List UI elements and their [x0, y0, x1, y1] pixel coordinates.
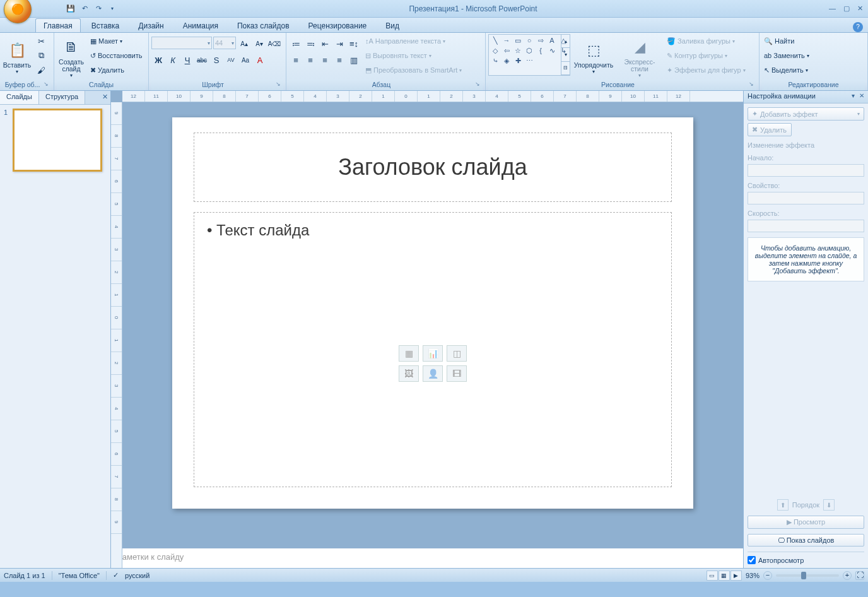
- insert-clipart-icon[interactable]: 👤: [423, 365, 443, 382]
- paste-button[interactable]: 📋 Вставить ▾: [3, 34, 32, 78]
- shrink-font-button[interactable]: A▾: [252, 37, 266, 50]
- shape-callout-icon[interactable]: ◈: [501, 56, 512, 65]
- insert-picture-icon[interactable]: 🖼: [399, 365, 419, 382]
- status-language[interactable]: русский: [125, 572, 150, 579]
- align-right-button[interactable]: ≡: [318, 53, 332, 67]
- shape-conn2-icon[interactable]: ⤷: [490, 56, 500, 65]
- zoom-in-button[interactable]: +: [843, 571, 852, 580]
- reset-button[interactable]: ↺Восстановить: [88, 49, 144, 62]
- canvas[interactable]: Заголовок слайда Текст слайда ▦ 📊 ◫ 🖼 👤 …: [122, 102, 743, 547]
- shape-rect-icon[interactable]: ▭: [513, 36, 523, 45]
- columns-button[interactable]: ▥: [347, 53, 361, 67]
- cut-button[interactable]: ✂: [34, 34, 48, 48]
- property-combo[interactable]: [748, 192, 864, 204]
- char-spacing-button[interactable]: AV: [224, 53, 238, 67]
- gal-more-icon[interactable]: ⊟: [561, 62, 570, 75]
- align-left-button[interactable]: ≡: [289, 53, 303, 67]
- font-color-button[interactable]: A: [253, 53, 267, 67]
- shape-text-icon[interactable]: A: [547, 36, 557, 45]
- layout-button[interactable]: ▦Макет▾: [88, 34, 144, 48]
- shape-effects-button[interactable]: ✦Эффекты для фигур▾: [665, 63, 748, 77]
- arrange-button[interactable]: ⬚ Упорядочить▾: [573, 34, 614, 78]
- zoom-percent[interactable]: 93%: [746, 572, 760, 579]
- play-button[interactable]: ▶ Просмотр: [748, 516, 864, 529]
- bold-button[interactable]: Ж: [151, 53, 165, 67]
- content-placeholder[interactable]: Текст слайда ▦ 📊 ◫ 🖼 👤 🎞: [194, 212, 672, 487]
- pane-close-icon[interactable]: ✕: [102, 93, 108, 101]
- reorder-up-button[interactable]: ⬆: [777, 499, 789, 511]
- line-spacing-button[interactable]: ≡↕: [347, 37, 361, 50]
- add-effect-button[interactable]: ✦Добавить эффект▾: [748, 107, 864, 121]
- numbering-button[interactable]: ≕: [303, 37, 317, 50]
- maximize-button[interactable]: ▢: [843, 4, 850, 13]
- close-button[interactable]: ✕: [857, 4, 863, 13]
- align-center-button[interactable]: ≡: [303, 53, 317, 67]
- tab-insert[interactable]: Вставка: [83, 18, 128, 32]
- clear-format-button[interactable]: A⌫: [267, 37, 281, 50]
- justify-button[interactable]: ≡: [332, 53, 346, 67]
- change-case-button[interactable]: Aa: [238, 53, 252, 67]
- strike-button[interactable]: abc: [195, 53, 209, 67]
- tab-view[interactable]: Вид: [377, 18, 408, 32]
- slide-thumbnail-1[interactable]: 1: [4, 109, 107, 172]
- shape-hex-icon[interactable]: ⬡: [524, 46, 534, 55]
- shape-brace-icon[interactable]: {: [536, 46, 546, 55]
- delete-slide-button[interactable]: ✖Удалить: [88, 63, 144, 77]
- status-theme[interactable]: "Тема Office": [59, 572, 100, 579]
- drawing-launcher[interactable]: ↘: [748, 81, 755, 88]
- shape-outline-button[interactable]: ✎Контур фигуры▾: [665, 49, 748, 62]
- start-combo[interactable]: [748, 164, 864, 177]
- anim-pane-menu-icon[interactable]: ▾: [852, 92, 856, 99]
- fit-button[interactable]: ⛶: [855, 571, 864, 580]
- smartart-button[interactable]: ⬒Преобразовать в SmartArt▾: [363, 63, 464, 77]
- shadow-button[interactable]: S: [209, 53, 223, 67]
- save-icon[interactable]: 💾: [66, 4, 76, 14]
- notes-pane[interactable]: Заметки к слайду: [111, 547, 743, 568]
- help-icon[interactable]: ?: [853, 22, 863, 32]
- paragraph-launcher[interactable]: ↘: [474, 81, 481, 88]
- slide[interactable]: Заголовок слайда Текст слайда ▦ 📊 ◫ 🖼 👤 …: [172, 117, 693, 509]
- inc-indent-button[interactable]: ⇥: [332, 37, 346, 50]
- sorter-view-button[interactable]: ▦: [718, 570, 730, 581]
- normal-view-button[interactable]: ▭: [707, 570, 718, 581]
- pane-tab-outline[interactable]: Структура: [39, 91, 85, 104]
- shape-fill-button[interactable]: 🪣Заливка фигуры▾: [665, 34, 748, 48]
- autopreview-checkbox[interactable]: [748, 556, 756, 564]
- shape-more-icon[interactable]: ⋯: [524, 56, 534, 65]
- shape-arrow2-icon[interactable]: ⇨: [536, 36, 546, 45]
- dec-indent-button[interactable]: ⇤: [318, 37, 332, 50]
- speed-combo[interactable]: [748, 220, 864, 232]
- remove-effect-button[interactable]: ✖Удалить: [748, 123, 792, 136]
- status-slide-count[interactable]: Слайд 1 из 1: [4, 572, 45, 579]
- format-painter-button[interactable]: 🖌: [34, 63, 48, 77]
- insert-chart-icon[interactable]: 📊: [423, 345, 443, 362]
- minimize-button[interactable]: —: [829, 4, 836, 13]
- zoom-slider[interactable]: [776, 574, 839, 577]
- reorder-down-button[interactable]: ⬇: [823, 499, 835, 511]
- tab-slideshow[interactable]: Показ слайдов: [229, 18, 298, 32]
- vertical-ruler[interactable]: 9876543210123456789: [111, 102, 122, 568]
- insert-media-icon[interactable]: 🎞: [447, 365, 467, 382]
- tab-design[interactable]: Дизайн: [130, 18, 172, 32]
- shapes-gallery[interactable]: ╲ → ▭ ○ ⇨ A △ ◇ ⇦ ☆ ⬡ { ∿ ↳ ⤷ ◈ ✚ ⋯ ▴▾⊟: [488, 34, 570, 76]
- undo-icon[interactable]: ↶: [79, 4, 90, 14]
- gal-up-icon[interactable]: ▴: [561, 35, 570, 48]
- tab-review[interactable]: Рецензирование: [300, 18, 375, 32]
- autopreview-check[interactable]: Автопросмотр: [748, 552, 864, 564]
- title-placeholder[interactable]: Заголовок слайда: [194, 133, 672, 202]
- spellcheck-icon[interactable]: ✓: [113, 571, 119, 579]
- tab-animation[interactable]: Анимация: [175, 18, 226, 32]
- tab-home[interactable]: Главная: [35, 18, 81, 32]
- replace-button[interactable]: abЗаменить▾: [762, 49, 811, 62]
- pane-tab-slides[interactable]: Слайды: [0, 91, 39, 104]
- underline-button[interactable]: Ч: [180, 53, 194, 67]
- gal-down-icon[interactable]: ▾: [561, 48, 570, 61]
- shape-diamond-icon[interactable]: ◇: [490, 46, 500, 55]
- clipboard-launcher[interactable]: ↘: [42, 81, 50, 88]
- insert-smartart-icon[interactable]: ◫: [447, 345, 467, 362]
- anim-pane-close-icon[interactable]: ✕: [859, 92, 865, 99]
- italic-button[interactable]: К: [166, 53, 180, 67]
- redo-icon[interactable]: ↷: [93, 4, 103, 14]
- insert-table-icon[interactable]: ▦: [399, 345, 419, 362]
- font-size-combo[interactable]: 44▾: [213, 37, 236, 49]
